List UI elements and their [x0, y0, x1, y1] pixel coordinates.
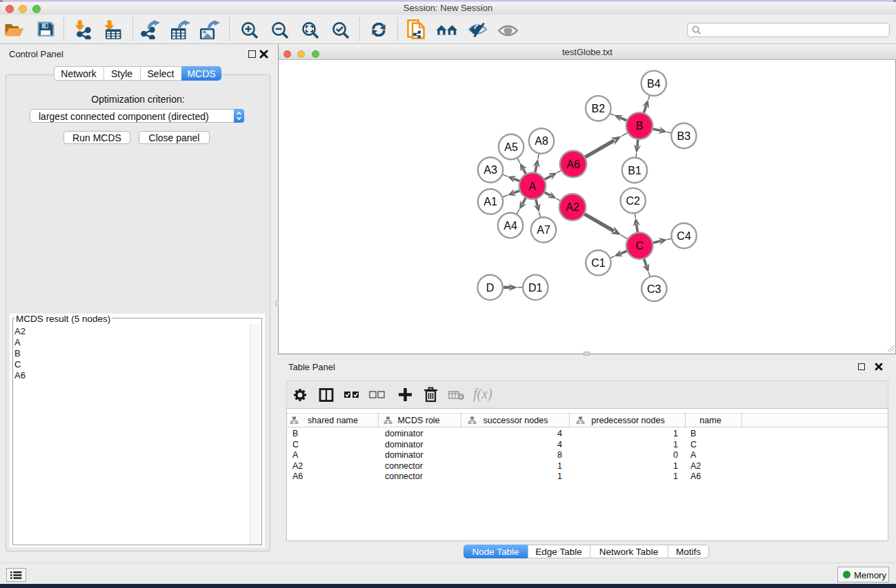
svg-text:A3: A3 [484, 164, 497, 176]
svg-text:A2: A2 [566, 201, 579, 213]
svg-text:A8: A8 [535, 135, 548, 147]
svg-text:A5: A5 [504, 141, 518, 153]
svg-text:C3: C3 [647, 283, 661, 295]
svg-text:D1: D1 [528, 282, 543, 294]
svg-text:C: C [635, 240, 644, 252]
svg-text:C4: C4 [677, 230, 691, 242]
svg-text:A: A [529, 181, 537, 192]
svg-text:B1: B1 [628, 165, 641, 176]
svg-text:A7: A7 [537, 224, 550, 236]
svg-text:B: B [636, 120, 644, 132]
svg-text:B2: B2 [592, 103, 606, 114]
svg-text:A1: A1 [484, 196, 497, 207]
svg-text:A4: A4 [504, 220, 517, 232]
svg-text:B3: B3 [677, 130, 691, 142]
svg-text:B4: B4 [647, 78, 661, 90]
svg-text:C1: C1 [591, 257, 606, 269]
svg-text:C2: C2 [626, 195, 640, 207]
svg-text:D: D [486, 282, 495, 294]
svg-text:A6: A6 [566, 159, 580, 170]
